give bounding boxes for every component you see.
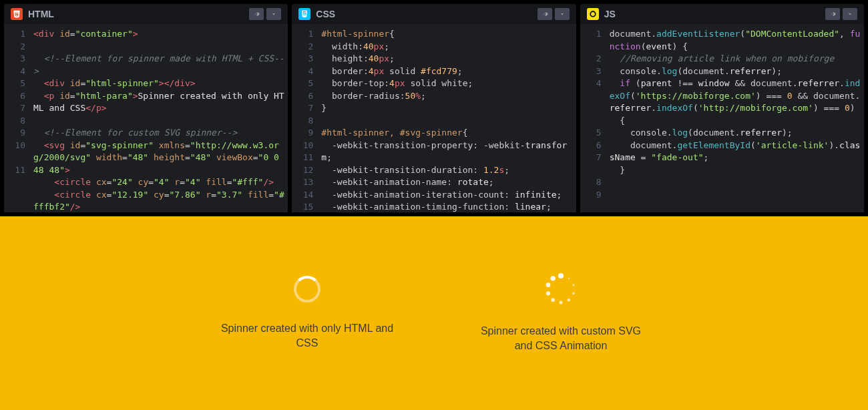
html-spinner-caption: Spinner created with only HTML and CSS: [220, 321, 394, 351]
editor-row: HTML 1234567891011 <div id="container"> …: [0, 0, 868, 216]
js-code[interactable]: document.addEventListener("DOMContentLoa…: [607, 24, 864, 212]
html-panel-header: HTML: [4, 4, 288, 24]
svg-spinner: [545, 273, 577, 305]
css-icon: [298, 8, 310, 20]
svg-point-5: [560, 300, 563, 304]
svg-point-0: [558, 273, 564, 278]
preview-pane: Spinner created with only HTML and CSS S…: [0, 216, 868, 410]
html-spinner-block: Spinner created with only HTML and CSS: [220, 276, 394, 351]
svg-point-7: [572, 292, 575, 294]
settings-button[interactable]: [825, 8, 840, 20]
css-panel-header: CSS: [292, 4, 576, 24]
html-code[interactable]: <div id="container"> <!--Element for spi…: [31, 24, 288, 212]
html-spinner: [294, 276, 320, 302]
html-panel-title: HTML: [28, 9, 54, 19]
js-panel-title: JS: [604, 9, 616, 19]
svg-spinner-caption: Spinner created with custom SVG and CSS …: [474, 324, 648, 354]
js-panel: JS 123456789 document.addEventListener("…: [580, 4, 864, 212]
html-icon: [11, 8, 23, 20]
html-code-area[interactable]: 1234567891011 <div id="container"> <!--E…: [4, 24, 288, 212]
css-gutter: 123456789101112131415: [292, 24, 318, 212]
chevron-down-button[interactable]: [843, 8, 857, 20]
svg-point-8: [572, 284, 574, 286]
chevron-down-button[interactable]: [266, 8, 281, 20]
svg-point-3: [546, 291, 550, 295]
svg-spinner-block: Spinner created with custom SVG and CSS …: [474, 273, 648, 354]
js-code-area[interactable]: 123456789 document.addEventListener("DOM…: [580, 24, 864, 212]
svg-point-4: [551, 298, 555, 302]
html-gutter: 1234567891011: [4, 24, 31, 212]
svg-point-1: [550, 276, 555, 280]
js-panel-header: JS: [580, 4, 864, 24]
css-code-area[interactable]: 123456789101112131415 #html-spinner{ wid…: [292, 24, 576, 212]
css-panel-title: CSS: [316, 9, 335, 19]
settings-button[interactable]: [249, 8, 264, 20]
html-panel: HTML 1234567891011 <div id="container"> …: [4, 4, 288, 212]
js-gutter: 123456789: [580, 24, 607, 212]
svg-point-6: [568, 298, 570, 301]
css-code[interactable]: #html-spinner{ width:40px; height:40px; …: [318, 24, 576, 212]
js-icon: [587, 8, 599, 20]
svg-point-2: [546, 282, 551, 287]
settings-button[interactable]: [537, 8, 552, 20]
css-panel: CSS 123456789101112131415 #html-spinner{…: [292, 4, 576, 212]
svg-point-9: [568, 277, 570, 279]
chevron-down-button[interactable]: [555, 8, 570, 20]
